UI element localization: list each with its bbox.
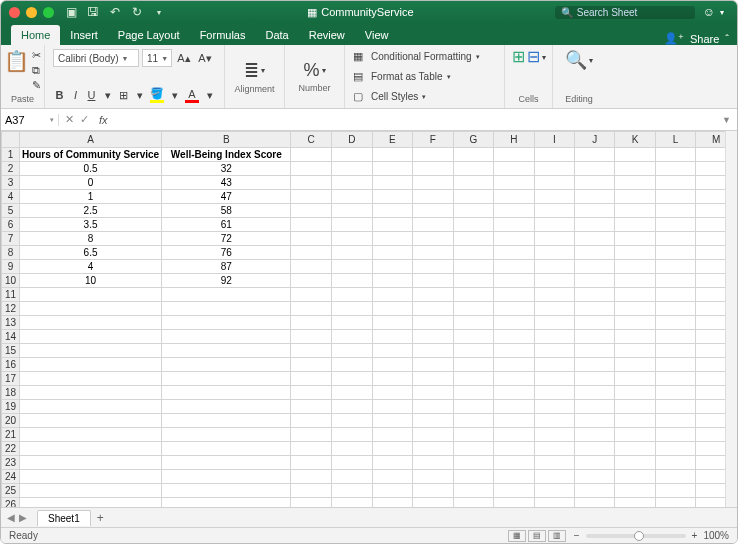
- cell-styles-button[interactable]: ▢Cell Styles▾: [353, 89, 496, 104]
- cell-C9[interactable]: [291, 260, 332, 274]
- cell-I6[interactable]: [534, 218, 574, 232]
- row-header-2[interactable]: 2: [2, 162, 20, 176]
- cell-K14[interactable]: [615, 330, 656, 344]
- row-header-4[interactable]: 4: [2, 190, 20, 204]
- cell-K16[interactable]: [615, 358, 656, 372]
- cell-E6[interactable]: [372, 218, 413, 232]
- cell-C10[interactable]: [291, 274, 332, 288]
- cell-J5[interactable]: [574, 204, 614, 218]
- cell-F6[interactable]: [413, 218, 453, 232]
- fill-color-button[interactable]: 🪣: [149, 86, 165, 104]
- cell-D24[interactable]: [332, 470, 373, 484]
- tab-home[interactable]: Home: [11, 25, 60, 45]
- cell-B9[interactable]: 87: [162, 260, 291, 274]
- cell-G7[interactable]: [453, 232, 494, 246]
- cell-D13[interactable]: [332, 316, 373, 330]
- row-header-20[interactable]: 20: [2, 414, 20, 428]
- cell-C25[interactable]: [291, 484, 332, 498]
- cell-G11[interactable]: [453, 288, 494, 302]
- cell-D2[interactable]: [332, 162, 373, 176]
- cell-C15[interactable]: [291, 344, 332, 358]
- cell-K4[interactable]: [615, 190, 656, 204]
- cell-A15[interactable]: [19, 344, 161, 358]
- cell-J13[interactable]: [574, 316, 614, 330]
- cell-J1[interactable]: [574, 148, 614, 162]
- cell-E12[interactable]: [372, 302, 413, 316]
- cell-G24[interactable]: [453, 470, 494, 484]
- cell-I10[interactable]: [534, 274, 574, 288]
- cell-B19[interactable]: [162, 400, 291, 414]
- copy-icon[interactable]: ⧉: [32, 64, 41, 77]
- cell-F12[interactable]: [413, 302, 453, 316]
- cell-J17[interactable]: [574, 372, 614, 386]
- cell-D10[interactable]: [332, 274, 373, 288]
- cell-K2[interactable]: [615, 162, 656, 176]
- cell-I19[interactable]: [534, 400, 574, 414]
- tab-insert[interactable]: Insert: [60, 25, 108, 45]
- cell-I8[interactable]: [534, 246, 574, 260]
- cell-E10[interactable]: [372, 274, 413, 288]
- cell-D16[interactable]: [332, 358, 373, 372]
- row-header-23[interactable]: 23: [2, 456, 20, 470]
- zoom-out-button[interactable]: −: [574, 530, 580, 541]
- font-name-dropdown[interactable]: Calibri (Body)▼: [53, 49, 139, 67]
- cell-J4[interactable]: [574, 190, 614, 204]
- cell-H8[interactable]: [494, 246, 535, 260]
- row-header-3[interactable]: 3: [2, 176, 20, 190]
- cell-E7[interactable]: [372, 232, 413, 246]
- cell-D19[interactable]: [332, 400, 373, 414]
- row-header-7[interactable]: 7: [2, 232, 20, 246]
- row-header-18[interactable]: 18: [2, 386, 20, 400]
- cell-H7[interactable]: [494, 232, 535, 246]
- cell-K18[interactable]: [615, 386, 656, 400]
- cell-J6[interactable]: [574, 218, 614, 232]
- cell-B20[interactable]: [162, 414, 291, 428]
- underline-button[interactable]: U: [85, 86, 98, 104]
- cell-J26[interactable]: [574, 498, 614, 508]
- cell-F15[interactable]: [413, 344, 453, 358]
- cell-F21[interactable]: [413, 428, 453, 442]
- cell-A11[interactable]: [19, 288, 161, 302]
- cell-L15[interactable]: [655, 344, 695, 358]
- cell-B16[interactable]: [162, 358, 291, 372]
- alignment-icon[interactable]: ≣: [244, 60, 259, 82]
- cell-C7[interactable]: [291, 232, 332, 246]
- cell-I17[interactable]: [534, 372, 574, 386]
- cell-C24[interactable]: [291, 470, 332, 484]
- cell-A16[interactable]: [19, 358, 161, 372]
- cell-J12[interactable]: [574, 302, 614, 316]
- vertical-scrollbar[interactable]: [725, 131, 737, 507]
- cell-B12[interactable]: [162, 302, 291, 316]
- cell-L14[interactable]: [655, 330, 695, 344]
- cell-A23[interactable]: [19, 456, 161, 470]
- cell-E16[interactable]: [372, 358, 413, 372]
- cell-F17[interactable]: [413, 372, 453, 386]
- cell-C11[interactable]: [291, 288, 332, 302]
- cell-J10[interactable]: [574, 274, 614, 288]
- cell-B3[interactable]: 43: [162, 176, 291, 190]
- cell-F3[interactable]: [413, 176, 453, 190]
- cell-F9[interactable]: [413, 260, 453, 274]
- row-header-9[interactable]: 9: [2, 260, 20, 274]
- cell-I11[interactable]: [534, 288, 574, 302]
- row-header-12[interactable]: 12: [2, 302, 20, 316]
- row-header-1[interactable]: 1: [2, 148, 20, 162]
- tab-page-layout[interactable]: Page Layout: [108, 25, 190, 45]
- cell-B23[interactable]: [162, 456, 291, 470]
- cell-J21[interactable]: [574, 428, 614, 442]
- row-header-14[interactable]: 14: [2, 330, 20, 344]
- cell-J16[interactable]: [574, 358, 614, 372]
- cell-I12[interactable]: [534, 302, 574, 316]
- number-caret[interactable]: ▾: [322, 66, 326, 75]
- cell-D20[interactable]: [332, 414, 373, 428]
- qat-customize-icon[interactable]: ▾: [152, 8, 166, 17]
- cell-D8[interactable]: [332, 246, 373, 260]
- row-header-21[interactable]: 21: [2, 428, 20, 442]
- cell-J14[interactable]: [574, 330, 614, 344]
- undo-icon[interactable]: ↶: [108, 5, 122, 19]
- cell-B4[interactable]: 47: [162, 190, 291, 204]
- cell-K19[interactable]: [615, 400, 656, 414]
- zoom-in-button[interactable]: +: [692, 530, 698, 541]
- cell-K3[interactable]: [615, 176, 656, 190]
- cell-A14[interactable]: [19, 330, 161, 344]
